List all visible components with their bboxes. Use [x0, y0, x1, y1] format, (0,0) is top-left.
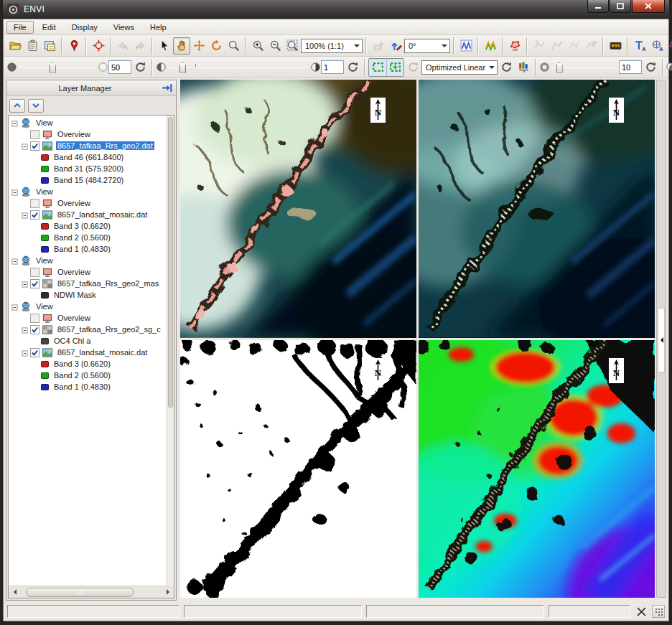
stretch-combo[interactable]: Optimized Linear	[421, 60, 498, 75]
menu-views[interactable]: Views	[106, 21, 141, 34]
sharpen-slider[interactable]	[550, 60, 619, 75]
expander-icon[interactable]	[11, 120, 18, 126]
layer-checkbox[interactable]	[30, 314, 39, 323]
tree-raster[interactable]: 8657_tafkaa_Rrs_geo2_sg_c	[9, 324, 167, 335]
status-close-icon[interactable]	[635, 605, 648, 618]
zoom-level-combo[interactable]: 100% (1:1)	[301, 39, 363, 53]
collapse-all-button[interactable]	[9, 99, 25, 113]
tree-raster[interactable]: 8657_tafkaa_Rrs_geo2.dat	[9, 140, 167, 151]
tree-band[interactable]: Band 2 (0.5600)	[9, 370, 167, 381]
menu-edit[interactable]: Edit	[35, 21, 63, 34]
pixel-value-button[interactable]: 008	[607, 37, 624, 55]
minimize-button[interactable]	[587, 0, 609, 13]
expander-icon[interactable]	[11, 258, 18, 264]
roi-tool-button[interactable]: roi	[506, 37, 523, 55]
contrast-refresh-button[interactable]	[344, 59, 361, 76]
tree-view[interactable]: View	[9, 117, 167, 128]
tree-horizontal-scrollbar[interactable]	[9, 586, 174, 598]
tree-band[interactable]: Band 3 (0.6620)	[9, 358, 167, 370]
expander-icon[interactable]	[22, 326, 28, 333]
zoom-to-layer-button[interactable]	[386, 59, 403, 76]
brightness-value[interactable]	[108, 60, 131, 74]
rotate-north-button[interactable]	[387, 37, 404, 55]
fly-button[interactable]	[190, 37, 207, 55]
annotate-polygon-button[interactable]: A	[666, 37, 672, 55]
open-button[interactable]	[6, 37, 24, 55]
panel-collapse-handle[interactable]	[658, 308, 665, 372]
placemark-button[interactable]	[65, 37, 83, 55]
annotate-symbol-button[interactable]: A	[648, 37, 666, 55]
tree-view[interactable]: View	[9, 255, 167, 266]
tree-vertical-scrollbar[interactable]	[167, 116, 174, 585]
expand-all-button[interactable]	[28, 99, 44, 113]
maximize-button[interactable]	[610, 0, 631, 13]
rotation-combo[interactable]: 0°	[404, 39, 450, 53]
tree-band[interactable]: Band 1 (0.4830)	[9, 243, 167, 255]
menu-display[interactable]: Display	[65, 21, 105, 34]
scroll-left-arrow[interactable]	[9, 587, 20, 598]
data-manager-button[interactable]	[24, 37, 41, 55]
tree-overview[interactable]: Overview	[9, 266, 167, 278]
tree-band[interactable]: Band 2 (0.5600)	[9, 232, 167, 243]
tree-raster[interactable]: 8657_landsat_mosaic.dat	[9, 347, 167, 358]
tree-band[interactable]: Band 46 (661.8400)	[9, 151, 167, 163]
tree-raster[interactable]: 8657_tafkaa_Rrs_geo2_mas	[9, 278, 167, 289]
select-button[interactable]	[156, 37, 173, 55]
layer-checkbox[interactable]	[30, 279, 39, 288]
brightness-slider[interactable]	[17, 60, 98, 75]
histogram-stretch-button[interactable]	[515, 59, 532, 76]
tree-band[interactable]: Band 31 (575.9200)	[9, 163, 167, 174]
layer-checkbox[interactable]	[30, 325, 39, 334]
tree-band[interactable]: Band 3 (0.6620)	[9, 220, 167, 232]
scroll-right-arrow[interactable]	[162, 587, 174, 598]
zoom-window-button[interactable]	[225, 37, 242, 55]
tree-overview[interactable]: Overview	[9, 128, 167, 140]
status-grip-icon[interactable]	[652, 605, 665, 618]
tree-overview[interactable]: Overview	[9, 197, 167, 209]
zoom-in-button[interactable]	[249, 37, 266, 55]
rotate-button[interactable]	[207, 37, 225, 55]
zoom-out-button[interactable]	[266, 37, 284, 55]
contrast-value[interactable]	[321, 60, 344, 74]
pan-button[interactable]	[173, 37, 190, 55]
menu-help[interactable]: Help	[143, 21, 174, 34]
layer-checkbox[interactable]	[30, 130, 39, 139]
spectral-library-button[interactable]	[482, 37, 499, 55]
layer-checkbox[interactable]	[30, 210, 39, 220]
view-oc4-chlorophyll[interactable]: N	[419, 340, 655, 598]
expander-icon[interactable]	[22, 349, 28, 356]
tree-overview[interactable]: Overview	[9, 312, 167, 324]
brightness-refresh-button[interactable]	[131, 59, 149, 76]
view-landsat-mosaic[interactable]: N	[419, 80, 655, 338]
layer-checkbox[interactable]	[30, 348, 39, 357]
tree-band[interactable]: NDWI Mask	[9, 289, 167, 301]
views-side-scrollbar[interactable]	[656, 80, 666, 598]
layer-checkbox[interactable]	[30, 141, 39, 151]
layer-checkbox[interactable]	[30, 268, 39, 277]
tree-raster[interactable]: 8657_landsat_mosaic.dat	[9, 209, 167, 220]
view-tafkaa-true-color[interactable]: N	[180, 80, 416, 338]
sharpen-value[interactable]	[619, 60, 642, 74]
layer-checkbox[interactable]	[30, 199, 39, 208]
dock-panel-icon[interactable]	[161, 82, 173, 94]
contrast-slider[interactable]	[167, 60, 310, 75]
spectral-profile-button[interactable]	[457, 37, 475, 55]
expander-icon[interactable]	[22, 212, 28, 218]
expander-icon[interactable]	[11, 304, 18, 310]
stretch-refresh-button[interactable]	[498, 59, 515, 76]
expander-icon[interactable]	[22, 281, 28, 287]
view-ndwi-mask[interactable]: N	[180, 340, 416, 598]
tree-band[interactable]: Band 15 (484.2720)	[9, 174, 167, 186]
expander-icon[interactable]	[22, 143, 28, 149]
close-button[interactable]	[632, 0, 665, 13]
expander-icon[interactable]	[11, 189, 18, 195]
sharpen-refresh-button[interactable]	[642, 59, 659, 76]
tree-band[interactable]: OC4 Chl a	[9, 335, 167, 347]
scroll-thumb[interactable]	[26, 588, 134, 597]
menu-file[interactable]: File	[6, 21, 34, 34]
tree-view[interactable]: View	[9, 186, 167, 197]
tree-band[interactable]: Band 1 (0.4830)	[9, 381, 167, 393]
cursor-value-button[interactable]	[90, 37, 107, 55]
new-view-button[interactable]	[41, 37, 58, 55]
zoom-full-extent-button[interactable]	[369, 59, 386, 76]
